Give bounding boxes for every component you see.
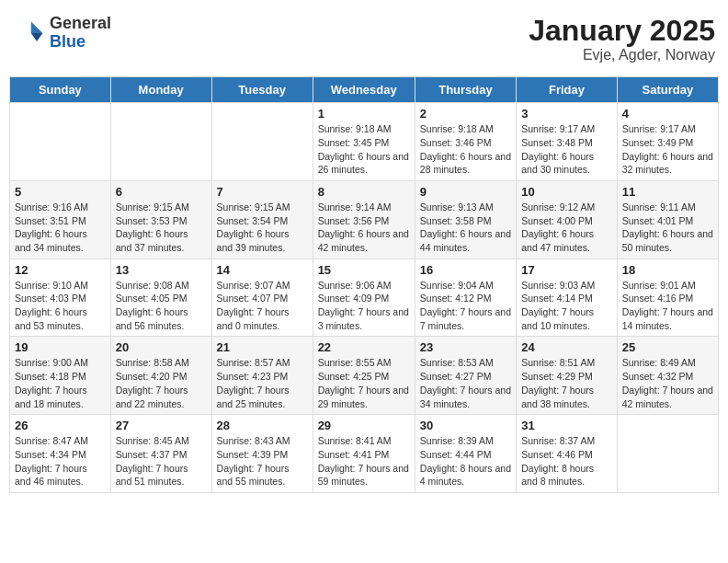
day-info: Sunrise: 8:41 AM Sunset: 4:41 PM Dayligh… — [318, 434, 410, 488]
day-info: Sunrise: 9:16 AM Sunset: 3:51 PM Dayligh… — [15, 201, 106, 255]
day-number: 3 — [521, 107, 612, 121]
day-info: Sunrise: 9:08 AM Sunset: 4:05 PM Dayligh… — [116, 279, 207, 333]
calendar-cell: 31Sunrise: 8:37 AM Sunset: 4:46 PM Dayli… — [517, 415, 618, 493]
day-number: 26 — [15, 419, 106, 432]
calendar-cell: 24Sunrise: 8:51 AM Sunset: 4:29 PM Dayli… — [517, 337, 618, 415]
day-info: Sunrise: 9:15 AM Sunset: 3:53 PM Dayligh… — [116, 201, 207, 255]
calendar-cell — [211, 103, 313, 181]
calendar-cell: 12Sunrise: 9:10 AM Sunset: 4:03 PM Dayli… — [10, 259, 111, 337]
calendar-cell: 20Sunrise: 8:58 AM Sunset: 4:20 PM Dayli… — [110, 337, 211, 415]
weekday-header-monday: Monday — [110, 77, 211, 103]
calendar-cell: 6Sunrise: 9:15 AM Sunset: 3:53 PM Daylig… — [110, 180, 211, 259]
calendar-cell: 4Sunrise: 9:17 AM Sunset: 3:49 PM Daylig… — [617, 103, 718, 181]
calendar-cell: 23Sunrise: 8:53 AM Sunset: 4:27 PM Dayli… — [415, 337, 516, 415]
weekday-header-friday: Friday — [517, 77, 618, 103]
day-number: 25 — [622, 340, 713, 354]
calendar-cell: 10Sunrise: 9:12 AM Sunset: 4:00 PM Dayli… — [517, 180, 618, 259]
day-info: Sunrise: 9:06 AM Sunset: 4:09 PM Dayligh… — [318, 279, 410, 333]
day-info: Sunrise: 9:14 AM Sunset: 3:56 PM Dayligh… — [318, 201, 410, 255]
day-number: 10 — [521, 185, 612, 199]
calendar-cell: 17Sunrise: 9:03 AM Sunset: 4:14 PM Dayli… — [517, 259, 618, 337]
day-info: Sunrise: 9:18 AM Sunset: 3:46 PM Dayligh… — [420, 122, 511, 177]
calendar-cell: 18Sunrise: 9:01 AM Sunset: 4:16 PM Dayli… — [617, 259, 718, 337]
day-info: Sunrise: 9:10 AM Sunset: 4:03 PM Dayligh… — [15, 279, 106, 333]
calendar-week-4: 19Sunrise: 9:00 AM Sunset: 4:18 PM Dayli… — [10, 337, 719, 415]
day-info: Sunrise: 9:17 AM Sunset: 3:48 PM Dayligh… — [521, 122, 612, 177]
logo-text: General Blue — [50, 15, 111, 52]
day-number: 30 — [420, 419, 511, 432]
logo: General Blue — [13, 15, 111, 52]
day-number: 7 — [217, 185, 308, 199]
calendar-week-5: 26Sunrise: 8:47 AM Sunset: 4:34 PM Dayli… — [10, 415, 719, 493]
day-number: 9 — [420, 185, 511, 199]
calendar-cell — [10, 103, 111, 181]
day-info: Sunrise: 8:47 AM Sunset: 4:34 PM Dayligh… — [15, 434, 106, 488]
calendar-cell: 14Sunrise: 9:07 AM Sunset: 4:07 PM Dayli… — [211, 259, 313, 337]
calendar-cell: 22Sunrise: 8:55 AM Sunset: 4:25 PM Dayli… — [313, 337, 415, 415]
day-number: 27 — [116, 419, 207, 432]
weekday-header-saturday: Saturday — [617, 77, 718, 103]
day-info: Sunrise: 8:58 AM Sunset: 4:20 PM Dayligh… — [116, 356, 207, 410]
day-info: Sunrise: 9:04 AM Sunset: 4:12 PM Dayligh… — [420, 279, 511, 333]
day-number: 22 — [318, 340, 410, 354]
day-number: 13 — [116, 263, 207, 277]
calendar-subtitle: Evje, Agder, Norway — [529, 47, 715, 63]
day-info: Sunrise: 9:15 AM Sunset: 3:54 PM Dayligh… — [217, 201, 308, 255]
calendar-week-2: 5Sunrise: 9:16 AM Sunset: 3:51 PM Daylig… — [10, 180, 719, 259]
title-block: January 2025 Evje, Agder, Norway — [529, 15, 715, 63]
weekday-header-sunday: Sunday — [10, 77, 111, 103]
calendar-table: SundayMondayTuesdayWednesdayThursdayFrid… — [9, 76, 719, 493]
logo-general: General — [50, 15, 111, 33]
calendar-cell: 5Sunrise: 9:16 AM Sunset: 3:51 PM Daylig… — [10, 180, 111, 259]
svg-marker-1 — [31, 33, 43, 41]
day-info: Sunrise: 9:01 AM Sunset: 4:16 PM Dayligh… — [622, 279, 713, 333]
calendar-cell: 2Sunrise: 9:18 AM Sunset: 3:46 PM Daylig… — [415, 103, 516, 181]
day-info: Sunrise: 9:13 AM Sunset: 3:58 PM Dayligh… — [420, 201, 511, 255]
day-info: Sunrise: 8:57 AM Sunset: 4:23 PM Dayligh… — [217, 356, 308, 410]
day-number: 11 — [622, 185, 713, 199]
day-info: Sunrise: 9:07 AM Sunset: 4:07 PM Dayligh… — [217, 279, 308, 333]
day-number: 18 — [622, 263, 713, 277]
weekday-header-row: SundayMondayTuesdayWednesdayThursdayFrid… — [10, 77, 719, 103]
page-header: General Blue January 2025 Evje, Agder, N… — [9, 9, 719, 69]
day-number: 14 — [217, 263, 308, 277]
calendar-cell: 25Sunrise: 8:49 AM Sunset: 4:32 PM Dayli… — [617, 337, 718, 415]
calendar-cell: 7Sunrise: 9:15 AM Sunset: 3:54 PM Daylig… — [211, 180, 313, 259]
svg-marker-0 — [31, 21, 43, 33]
day-number: 29 — [318, 419, 410, 432]
day-number: 20 — [116, 340, 207, 354]
calendar-cell: 28Sunrise: 8:43 AM Sunset: 4:39 PM Dayli… — [211, 415, 313, 493]
day-number: 23 — [420, 340, 511, 354]
day-number: 31 — [521, 419, 612, 432]
calendar-title: January 2025 — [529, 15, 715, 47]
day-info: Sunrise: 9:11 AM Sunset: 4:01 PM Dayligh… — [622, 201, 713, 255]
day-info: Sunrise: 9:00 AM Sunset: 4:18 PM Dayligh… — [15, 356, 106, 410]
calendar-cell: 27Sunrise: 8:45 AM Sunset: 4:37 PM Dayli… — [110, 415, 211, 493]
calendar-week-3: 12Sunrise: 9:10 AM Sunset: 4:03 PM Dayli… — [10, 259, 719, 337]
day-info: Sunrise: 8:49 AM Sunset: 4:32 PM Dayligh… — [622, 356, 713, 410]
weekday-header-tuesday: Tuesday — [211, 77, 313, 103]
calendar-cell: 1Sunrise: 9:18 AM Sunset: 3:45 PM Daylig… — [313, 103, 415, 181]
calendar-cell: 3Sunrise: 9:17 AM Sunset: 3:48 PM Daylig… — [517, 103, 618, 181]
calendar-cell: 15Sunrise: 9:06 AM Sunset: 4:09 PM Dayli… — [313, 259, 415, 337]
day-number: 8 — [318, 185, 410, 199]
day-info: Sunrise: 8:51 AM Sunset: 4:29 PM Dayligh… — [521, 356, 612, 410]
day-number: 5 — [15, 185, 106, 199]
calendar-cell: 13Sunrise: 9:08 AM Sunset: 4:05 PM Dayli… — [110, 259, 211, 337]
day-number: 28 — [217, 419, 308, 432]
day-number: 12 — [15, 263, 106, 277]
calendar-cell: 21Sunrise: 8:57 AM Sunset: 4:23 PM Dayli… — [211, 337, 313, 415]
logo-icon — [13, 17, 46, 50]
day-info: Sunrise: 8:39 AM Sunset: 4:44 PM Dayligh… — [420, 434, 511, 488]
day-number: 6 — [116, 185, 207, 199]
logo-blue: Blue — [50, 33, 111, 52]
day-number: 15 — [318, 263, 410, 277]
day-info: Sunrise: 9:17 AM Sunset: 3:49 PM Dayligh… — [622, 122, 713, 177]
calendar-week-1: 1Sunrise: 9:18 AM Sunset: 3:45 PM Daylig… — [10, 103, 719, 181]
day-info: Sunrise: 8:55 AM Sunset: 4:25 PM Dayligh… — [318, 356, 410, 410]
calendar-cell: 30Sunrise: 8:39 AM Sunset: 4:44 PM Dayli… — [415, 415, 516, 493]
day-number: 16 — [420, 263, 511, 277]
calendar-cell: 29Sunrise: 8:41 AM Sunset: 4:41 PM Dayli… — [313, 415, 415, 493]
day-info: Sunrise: 8:53 AM Sunset: 4:27 PM Dayligh… — [420, 356, 511, 410]
day-number: 4 — [622, 107, 713, 121]
